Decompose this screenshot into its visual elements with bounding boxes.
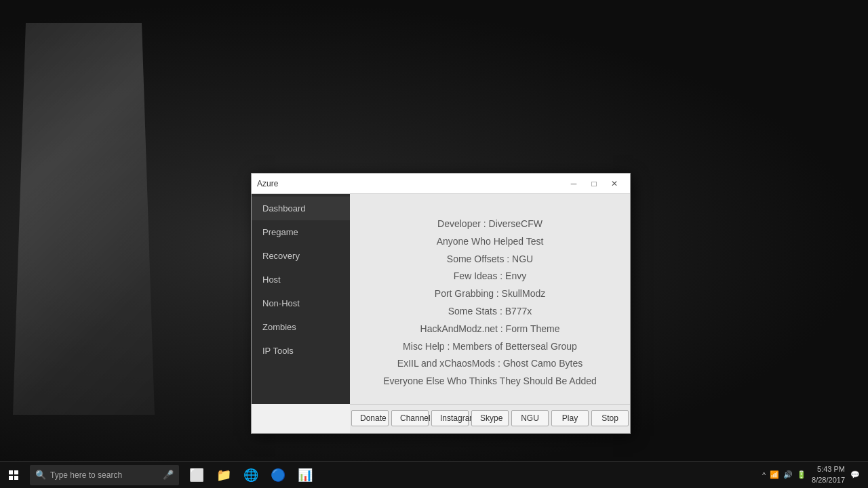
taskbar-search[interactable]: 🔍 Type here to search 🎤 [30,465,179,485]
close-button[interactable]: ✕ [604,174,625,194]
window-body: DashboardPregameRecoveryHostNon-HostZomb… [252,194,630,404]
volume-icon: 🔊 [783,470,793,479]
sidebar-item-dashboard[interactable]: Dashboard [252,197,350,220]
sidebar-item-zombies[interactable]: Zombies [252,315,350,339]
skype-button[interactable]: Skype [471,410,509,426]
sidebar-item-ip-tools[interactable]: IP Tools [252,339,350,363]
sidebar-item-pregame[interactable]: Pregame [252,220,350,244]
credit-line: Some Offsets : NGU [361,251,619,268]
minimize-button[interactable]: ─ [564,174,584,194]
chrome-icon: 🌐 [243,468,258,483]
system-tray: ^ 📶 🔊 🔋 [762,470,806,479]
app-button[interactable]: 📊 [293,463,317,487]
start-button[interactable] [0,462,27,489]
credit-line: Some Stats : B777x [361,304,619,320]
file-explorer-button[interactable]: 📁 [212,463,236,487]
globe-icon: 🔵 [271,468,285,483]
credit-line: ExIIL and xChaosMods : Ghost Camo Bytes [361,356,619,372]
window-titlebar: Azure ─ □ ✕ [252,174,630,194]
instagram-button[interactable]: Instagram [431,410,469,426]
sidebar-item-host[interactable]: Host [252,268,350,291]
notification-icon[interactable]: 💬 [850,470,860,479]
credit-line: Developer : DiverseCFW [361,216,619,232]
clock-date: 8/28/2017 [812,475,845,485]
folder-icon: 📁 [216,468,231,483]
clock[interactable]: 5:43 PM 8/28/2017 [812,464,845,485]
credit-line: Everyone Else Who Thinks They Should Be … [361,373,619,390]
credit-line: HackAndModz.net : Form Theme [361,321,619,338]
network-icon: 📶 [770,470,779,479]
task-view-icon: ⬜ [189,468,204,483]
credit-line: Few Ideas : Envy [361,268,619,285]
microphone-icon: 🎤 [163,470,174,480]
window-title: Azure [257,179,564,188]
sidebar-item-recovery[interactable]: Recovery [252,244,350,268]
taskbar-right: ^ 📶 🔊 🔋 5:43 PM 8/28/2017 💬 [762,464,868,485]
play-button[interactable]: Play [551,410,589,426]
windows-logo-icon [9,470,18,480]
stop-button[interactable]: Stop [591,410,629,426]
credit-line: Port Grabbing : SkullModz [361,286,619,302]
sidebar: DashboardPregameRecoveryHostNon-HostZomb… [252,194,350,404]
window-controls: ─ □ ✕ [564,174,625,194]
button-bar: DonateChannelInstagramSkypeNGUPlayStop [350,404,630,433]
app-icon: 📊 [298,468,313,483]
search-text: Type here to search [50,470,122,480]
chevron-up-icon[interactable]: ^ [762,471,766,479]
maximize-button[interactable]: □ [584,174,604,194]
chrome-button[interactable]: 🌐 [239,463,263,487]
taskbar: 🔍 Type here to search 🎤 ⬜ 📁 🌐 🔵 📊 ^ 📶 🔊 … [0,461,868,488]
sidebar-item-non-host[interactable]: Non-Host [252,291,350,315]
clock-time: 5:43 PM [812,464,845,474]
donate-button[interactable]: Donate [351,410,389,426]
channel-button[interactable]: Channel [391,410,429,426]
ngu-button[interactable]: NGU [511,410,549,426]
search-icon: 🔍 [35,470,46,480]
task-view-button[interactable]: ⬜ [184,463,209,487]
browser-button-2[interactable]: 🔵 [266,463,290,487]
battery-icon: 🔋 [797,470,806,479]
content-area: Developer : DiverseCFWAnyone Who Helped … [350,194,630,404]
credits-list: Developer : DiverseCFWAnyone Who Helped … [361,207,619,399]
credit-line: Misc Help : Members of Betterseal Group [361,339,619,355]
taskbar-icons: ⬜ 📁 🌐 🔵 📊 [184,463,317,487]
credit-line: Anyone Who Helped Test [361,234,619,250]
app-window: Azure ─ □ ✕ DashboardPregameRecoveryHost… [251,173,631,434]
